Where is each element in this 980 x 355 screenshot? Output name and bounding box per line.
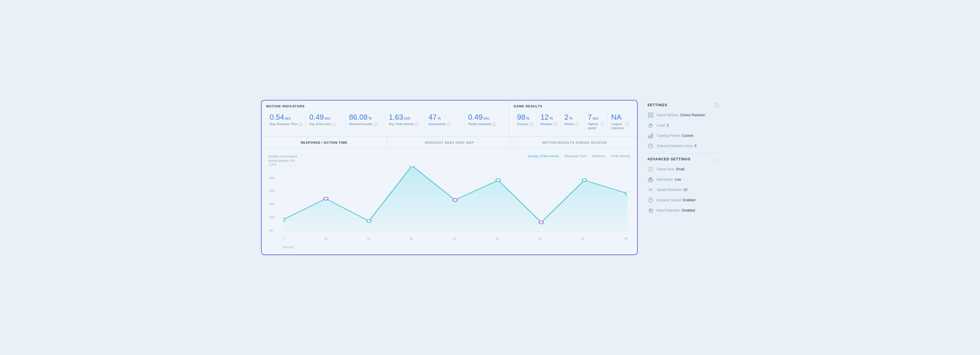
motion-metric-info-icon-2[interactable]: i bbox=[374, 123, 377, 126]
motion-metric-unit-2: % bbox=[368, 116, 372, 121]
x-label-3: 20 bbox=[410, 237, 413, 240]
game-metric-info-icon-2[interactable]: i bbox=[575, 123, 578, 126]
motion-metric-value-2: 86.08% bbox=[349, 113, 382, 121]
chart-point-0 bbox=[283, 218, 285, 221]
chart-point-7 bbox=[582, 179, 587, 182]
x-label-5: 30 bbox=[495, 237, 499, 240]
advanced-setting-row-1: Distraction: Low bbox=[648, 176, 719, 183]
motion-metric-label-0: Avg. Response Time i bbox=[270, 122, 302, 126]
advanced-settings-chevron[interactable]: ⌄ bbox=[716, 157, 719, 161]
legend-item-0[interactable]: Quality of Movement bbox=[528, 154, 559, 158]
game-metric-4: NA Longest sequence i bbox=[608, 111, 633, 132]
advanced-settings-title: ADVANCED SETTINGS bbox=[648, 157, 690, 161]
app-container: MOTION INDICATORS 0.54sec Avg. Response … bbox=[261, 100, 719, 255]
motion-metric-4: 47% Hyperactivity i bbox=[425, 111, 465, 129]
motion-metric-value-5: 0.49sec bbox=[468, 113, 501, 121]
tab-0[interactable]: RESPONSE / ACTION TIME bbox=[262, 137, 387, 148]
motion-metric-info-icon-4[interactable]: i bbox=[447, 123, 450, 126]
settings-header: SETTINGS i bbox=[648, 103, 719, 107]
legend-item-2[interactable]: Efficiency bbox=[592, 154, 606, 158]
svg-point-15 bbox=[650, 170, 651, 171]
game-metric-3: 7sec Highest speed i bbox=[584, 111, 608, 132]
advanced-setting-icon-1 bbox=[648, 176, 654, 183]
game-metric-info-icon-1[interactable]: i bbox=[554, 123, 557, 126]
chart-point-3 bbox=[410, 166, 414, 167]
motion-metric-unit-4: % bbox=[438, 116, 441, 121]
motion-metric-label-3: Avg. Peak Velovity i bbox=[389, 122, 421, 126]
setting-icon-3 bbox=[648, 143, 654, 149]
x-label-0: 5 bbox=[283, 237, 285, 240]
motion-metric-unit-3: m/s bbox=[404, 116, 410, 121]
motion-metric-label-4: Hyperactivity i bbox=[428, 122, 461, 126]
x-axis: 51015202530354045 bbox=[283, 237, 627, 240]
advanced-settings-header: ADVANCED SETTINGS ⌄ bbox=[648, 157, 719, 161]
setting-icon-2 bbox=[648, 132, 654, 139]
chart-svg bbox=[283, 166, 627, 232]
svg-rect-3 bbox=[651, 116, 653, 117]
chart-legend: Quality of MovementResponse TimeEfficien… bbox=[528, 154, 630, 158]
game-results-panel: GAME RESULTS 98% Success i 12% Mistakes … bbox=[509, 100, 637, 137]
game-metric-info-icon-3[interactable]: i bbox=[600, 123, 604, 126]
motion-metric-info-icon-5[interactable]: i bbox=[493, 123, 496, 126]
svg-point-12 bbox=[650, 169, 651, 169]
chart-top: Quality of movementduring session (%) Qu… bbox=[269, 154, 630, 163]
advanced-setting-icon-2 bbox=[648, 187, 654, 193]
tab-2[interactable]: MOTION RESULTS DURING SESSION bbox=[512, 137, 637, 148]
legend-item-1[interactable]: Response Time bbox=[565, 154, 587, 158]
advanced-settings-items: Game Area: Small Distraction: Low Speed … bbox=[648, 166, 719, 213]
svg-rect-4 bbox=[648, 136, 649, 138]
motion-metric-value-4: 47% bbox=[428, 113, 461, 121]
x-label-4: 25 bbox=[453, 237, 456, 240]
svg-point-11 bbox=[649, 169, 649, 169]
motion-metric-unit-1: sec bbox=[324, 116, 331, 121]
main-panel: MOTION INDICATORS 0.54sec Avg. Response … bbox=[261, 100, 638, 255]
advanced-setting-row-2: Speed Selection: 10 bbox=[648, 187, 719, 193]
advanced-setting-text-3: Dynamic Speed: Enabled bbox=[657, 198, 695, 202]
motion-indicators-panel: MOTION INDICATORS 0.54sec Avg. Response … bbox=[262, 100, 509, 137]
tab-1[interactable]: WORKOUT AREA HEAT MAP bbox=[387, 137, 512, 148]
legend-item-3[interactable]: Peak Velocity bbox=[611, 154, 630, 158]
motion-metric-info-icon-3[interactable]: i bbox=[415, 123, 418, 126]
chart-point-2 bbox=[367, 220, 371, 223]
game-metric-label-4: Longest sequence i bbox=[611, 122, 629, 130]
game-metric-value-0: 98% bbox=[517, 113, 533, 121]
advanced-setting-icon-3 bbox=[648, 197, 654, 203]
setting-text-2: Training Preset: Custom bbox=[657, 134, 694, 138]
advanced-setting-text-2: Speed Selection: 10 bbox=[657, 188, 687, 192]
game-metric-info-icon-4[interactable]: i bbox=[625, 123, 629, 126]
game-metric-info-icon-0[interactable]: i bbox=[530, 123, 533, 126]
advanced-setting-text-1: Distraction: Low bbox=[657, 177, 681, 181]
grid-label-5: 0% bbox=[269, 229, 273, 232]
chart-point-1 bbox=[324, 197, 328, 200]
tabs-row: RESPONSE / ACTION TIMEWORKOUT AREA HEAT … bbox=[262, 137, 637, 149]
motion-metric-info-icon-1[interactable]: i bbox=[332, 123, 336, 126]
advanced-setting-row-3: Dynamic Speed: Enabled bbox=[648, 197, 719, 203]
chart-point-5 bbox=[496, 179, 500, 182]
chart-point-6 bbox=[539, 221, 543, 224]
settings-info-icon[interactable]: i bbox=[714, 103, 719, 107]
motion-metric-2: 86.08% Movement quality i bbox=[345, 111, 385, 129]
svg-rect-1 bbox=[651, 113, 653, 115]
svg-point-9 bbox=[650, 167, 651, 168]
game-results-label: GAME RESULTS bbox=[514, 105, 633, 108]
chart-y-label: Quality of movementduring session (%) bbox=[269, 154, 298, 163]
motion-metric-0: 0.54sec Avg. Response Time i bbox=[266, 111, 306, 129]
motion-metric-label-1: Avg. Action time i bbox=[309, 122, 342, 126]
game-metric-label-0: Success i bbox=[517, 122, 533, 126]
setting-row-2: Training Preset: Custom bbox=[648, 132, 719, 139]
svg-point-10 bbox=[652, 167, 653, 168]
game-metric-value-4: NA bbox=[611, 113, 629, 121]
advanced-setting-icon-4 bbox=[648, 207, 654, 213]
chart-point-8 bbox=[625, 192, 627, 195]
game-metrics-row: 98% Success i 12% Mistakes i 2% Misses i… bbox=[514, 111, 633, 132]
motion-metric-info-icon-0[interactable]: i bbox=[299, 123, 302, 126]
advanced-setting-icon-0 bbox=[648, 166, 654, 172]
game-metric-0: 98% Success i bbox=[514, 111, 537, 132]
advanced-setting-text-4: Hand Selection: Disabled bbox=[657, 209, 695, 212]
grid-label-2: 60% bbox=[269, 189, 275, 193]
game-metric-label-1: Mistakes i bbox=[540, 122, 557, 126]
svg-point-14 bbox=[649, 170, 649, 171]
game-metric-value-2: 2% bbox=[565, 113, 581, 121]
setting-text-0: Game Module: Choice Reaction bbox=[657, 113, 705, 117]
svg-point-16 bbox=[652, 170, 653, 171]
